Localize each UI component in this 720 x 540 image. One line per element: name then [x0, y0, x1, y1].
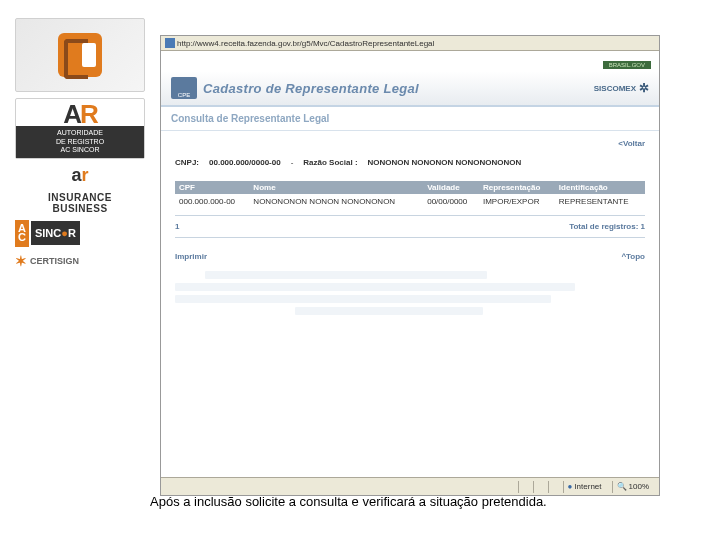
globe-icon: ● — [568, 482, 573, 491]
col-ident: Identificação — [555, 181, 645, 194]
back-link[interactable]: <Voltar — [175, 139, 645, 148]
ar-small-logo: ar — [15, 165, 145, 186]
col-rep: Representação — [479, 181, 555, 194]
ar-logo: AR AUTORIDADE DE REGISTRO AC SINCOR — [15, 98, 145, 159]
page-icon — [165, 38, 175, 48]
col-nome: Nome — [249, 181, 423, 194]
cd-logo — [15, 18, 145, 92]
star-icon: ✶ — [15, 253, 27, 269]
slide-caption: Após a inclusão solicite a consulta e ve… — [150, 494, 547, 509]
app-title: Cadastro de Representante Legal — [203, 81, 419, 96]
col-validade: Validade — [423, 181, 479, 194]
razao-label: Razão Social : — [303, 158, 357, 167]
cpe-logo: CPE — [171, 77, 197, 99]
print-link[interactable]: Imprimir — [175, 252, 207, 261]
status-bar: ● Internet 🔍 100% — [161, 477, 659, 495]
certisign-logo: ✶ CERTISIGN — [15, 253, 145, 269]
total-records: Total de registros: 1 — [569, 222, 645, 231]
cnpj-label: CNPJ: — [175, 158, 199, 167]
ar-label-1: AUTORIDADE — [57, 129, 103, 136]
ghost-content — [175, 271, 645, 315]
ar-label-3: AC SINCOR — [61, 146, 100, 153]
top-link[interactable]: ^Topo — [621, 252, 645, 261]
gear-icon: ✲ — [639, 81, 649, 95]
col-cpf: CPF — [175, 181, 249, 194]
sincor-logo: AC SINC●R — [15, 220, 145, 248]
url-text: http://www4.receita.fazenda.gov.br/g5/Mv… — [177, 39, 434, 48]
zoom-level[interactable]: 🔍 100% — [612, 481, 653, 493]
content-area: <Voltar CNPJ: 00.000.000/0000-00 - Razão… — [161, 131, 659, 477]
ar-label-2: DE REGISTRO — [56, 138, 104, 145]
filter-row: CNPJ: 00.000.000/0000-00 - Razão Social … — [175, 158, 645, 167]
sidebar: AR AUTORIDADE DE REGISTRO AC SINCOR ar I… — [15, 18, 145, 269]
results-table: CPF Nome Validade Representação Identifi… — [175, 181, 645, 209]
internet-zone: ● Internet — [563, 481, 606, 493]
table-row[interactable]: 000.000.000-00 NONONONON NONON NONONONON… — [175, 194, 645, 209]
app-header: CPE Cadastro de Representante Legal SISC… — [161, 71, 659, 106]
pager: 1 Total de registros: 1 — [175, 222, 645, 231]
page-num[interactable]: 1 — [175, 222, 179, 231]
siscomex-logo: SISCOMEX ✲ — [594, 81, 649, 95]
gov-banner: BRASIL.GOV — [603, 61, 651, 69]
insurance-logo: INSURANCEBUSINESS — [15, 192, 145, 214]
zoom-icon: 🔍 — [617, 482, 627, 491]
page-title: Consulta de Representante Legal — [161, 107, 659, 131]
razao-value: NONONON NONONON NONONONONON — [368, 158, 522, 167]
browser-window: http://www4.receita.fazenda.gov.br/g5/Mv… — [160, 35, 660, 496]
address-bar[interactable]: http://www4.receita.fazenda.gov.br/g5/Mv… — [161, 36, 659, 51]
cnpj-value: 00.000.000/0000-00 — [209, 158, 281, 167]
